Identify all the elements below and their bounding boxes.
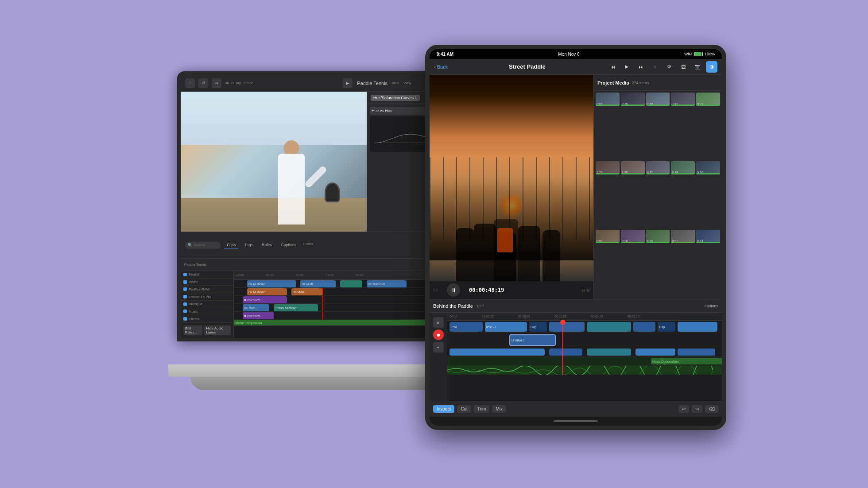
clip-tennis-2[interactable]: 8K Multi... — [300, 280, 336, 287]
trim-btn[interactable]: Trim — [474, 405, 490, 413]
clip-tennis-3[interactable] — [340, 280, 362, 287]
ctrl-zoom-in[interactable]: ⊞ — [586, 288, 590, 292]
ipad-clip-untitled[interactable]: Untitled-1 — [509, 334, 556, 346]
ipad-clip-audio1[interactable] — [450, 349, 545, 356]
toolbar-btn-1[interactable]: ↑ — [185, 78, 195, 88]
clip-tennis-1[interactable]: 8K Multicam — [247, 280, 296, 287]
thumb-item-7[interactable]: 1:20 — [621, 161, 645, 174]
toolbar-btn-3[interactable]: ⇒ — [212, 78, 221, 88]
media-panel-count: 224 items — [632, 81, 649, 85]
mix-btn[interactable]: Mix — [492, 405, 506, 413]
thumb-item-6[interactable]: 1:25 — [596, 161, 620, 174]
ipad-clip-main3[interactable] — [633, 322, 655, 332]
clip-vo-1[interactable]: ■ Voiceover — [243, 296, 287, 303]
back-button[interactable]: ‹ Back — [434, 64, 448, 70]
ipad-clip-main4[interactable] — [678, 322, 717, 332]
ipad-track-row-3 — [447, 347, 722, 357]
clip-track2-2[interactable]: 8K Multi... — [291, 288, 322, 295]
player-figure — [252, 101, 331, 225]
ipad-device: 9:41 AM Mon Nov 6 WiFi 100% ‹ Back — [425, 45, 726, 430]
ipad-btn-rewind[interactable]: ⏮ — [607, 61, 618, 73]
thumb-item-13[interactable]: 0:09 — [646, 230, 670, 243]
thumb-item-11[interactable]: 0:02 — [596, 230, 620, 243]
ipad-bottom-bar: Inspect Cut Trim Mix ↩ ↪ ⌫ — [430, 401, 722, 417]
ipad-track-music: Music Composition — [447, 357, 722, 366]
thumb-item-5[interactable]: 0:23 — [696, 93, 720, 106]
inspect-btn[interactable]: Inspect — [433, 405, 454, 413]
ctrl-zoom-out[interactable]: ⊟ — [581, 288, 585, 292]
ipad-playhead — [562, 321, 563, 375]
ipad-btn-settings[interactable]: ⚙ — [663, 61, 675, 73]
clip-vo2[interactable]: ■ Voiceover — [243, 312, 274, 319]
ipad-clip-main1[interactable] — [549, 322, 585, 332]
ipad-clip-ipad1[interactable]: iPad... — [450, 322, 483, 332]
clip-mc-2[interactable]: Tennis Multicam — [274, 304, 318, 311]
ipad-clip-audio2[interactable] — [549, 349, 582, 356]
media-panel-header: Project Media 224 items — [594, 75, 722, 91]
ipad-btn-share[interactable]: ↑ — [649, 61, 661, 73]
ipad-clip-gap2[interactable]: Gap — [658, 322, 675, 332]
redo-btn[interactable]: ↪ — [692, 405, 702, 413]
wifi-icon: WiFi — [684, 52, 692, 56]
ctrl-icon-2[interactable]: ⟩ — [436, 288, 438, 292]
ipad-clip-audio4[interactable] — [636, 349, 675, 356]
delete-btn[interactable]: ⌫ — [705, 405, 718, 413]
ipad-tl-btn-1[interactable]: ≡ — [433, 317, 444, 328]
tab-clips[interactable]: Clips — [224, 242, 238, 248]
ipad-clip-audio5[interactable] — [678, 349, 715, 356]
ipad-play-button[interactable]: ⏸ — [447, 283, 460, 297]
thumb-item-10[interactable]: 0:20 — [696, 161, 720, 174]
ipad-clip-main2[interactable] — [587, 322, 631, 332]
mac-view-btn[interactable]: View — [403, 81, 411, 85]
player-body — [278, 154, 305, 225]
ipad-track-row-2: Untitled-1 — [447, 333, 722, 347]
search-placeholder: Search — [194, 243, 205, 247]
hide-audio-btn[interactable]: Hide Audio Lanes — [204, 325, 231, 335]
ipad-tl-btn-2[interactable]: + — [433, 342, 444, 352]
tab-captions[interactable]: Captions — [278, 242, 299, 248]
ipad-btn-photo[interactable]: 🖼 — [678, 61, 689, 73]
back-icon: ‹ — [434, 64, 436, 70]
mac-search-box[interactable]: 🔍 Search — [185, 242, 221, 249]
ipad-record-btn[interactable]: ⏺ — [433, 329, 444, 340]
thumb-item-14[interactable]: 0:01 — [671, 230, 695, 243]
clip-tennis-4[interactable]: 8K Multicam — [367, 280, 407, 287]
toolbar-btn-2[interactable]: ↺ — [198, 78, 208, 88]
thumb-item-15[interactable]: 0:14 — [696, 230, 720, 243]
ipad-clip-ipad2[interactable]: iPad - L... — [485, 322, 527, 332]
thumb-item-2[interactable]: 0:26 — [621, 93, 645, 106]
thumb-item-8[interactable]: 0:32 — [646, 161, 670, 174]
ipad-btn-color[interactable]: ◑ — [706, 61, 717, 73]
ipad-btn-play[interactable]: ▶ — [621, 61, 632, 73]
person-2 — [474, 224, 496, 281]
ipad-track-row-1: iPad... iPad - L... Gap Gap — [447, 321, 722, 333]
tab-roles[interactable]: Roles — [259, 242, 275, 248]
play-btn[interactable]: ▶ — [343, 78, 353, 88]
ipad-clip-music[interactable]: Music Composition — [651, 358, 722, 364]
thumb-item-3[interactable]: 0:10 — [646, 93, 670, 106]
track-name-music: Music — [189, 310, 198, 314]
thumb-item-1[interactable]: 0:09 — [596, 93, 620, 106]
inspector-tab-curves[interactable]: Hue/Saturation Curves 1 — [371, 95, 420, 101]
ipad-clip-audio3[interactable] — [587, 349, 631, 356]
tab-tags[interactable]: Tags — [242, 242, 256, 248]
ctrl-icon-1[interactable]: ⟨ — [433, 288, 435, 292]
cut-btn[interactable]: Cut — [457, 405, 471, 413]
edit-roles-btn[interactable]: Edit Roles... — [183, 325, 202, 335]
thumb-item-12[interactable]: 0:16 — [621, 230, 645, 243]
clip-track2-1[interactable]: 8K Multicam — [247, 288, 287, 295]
backpack — [497, 228, 513, 252]
track-labels: English Video ProRes RAW — [181, 271, 234, 338]
ipad-tl-options[interactable]: Options — [705, 304, 718, 308]
ipad-btn-fwd[interactable]: ⏭ — [635, 61, 647, 73]
ipad-media-panel: Project Media 224 items 0:09 0:26 0:10 1… — [593, 75, 722, 299]
thumb-item-9[interactable]: 0:18 — [671, 161, 695, 174]
clip-mc-1[interactable]: 8K Multi... — [243, 304, 269, 311]
track-label-music: Music — [181, 308, 233, 316]
thumb-bar-5 — [696, 105, 720, 106]
ipad-clip-gap1[interactable]: Gap — [529, 322, 547, 332]
thumb-bar-7 — [621, 173, 645, 174]
undo-btn[interactable]: ↩ — [678, 405, 689, 413]
thumb-item-4[interactable]: 1:42 — [671, 93, 695, 106]
ipad-btn-cam[interactable]: 📷 — [692, 61, 703, 73]
